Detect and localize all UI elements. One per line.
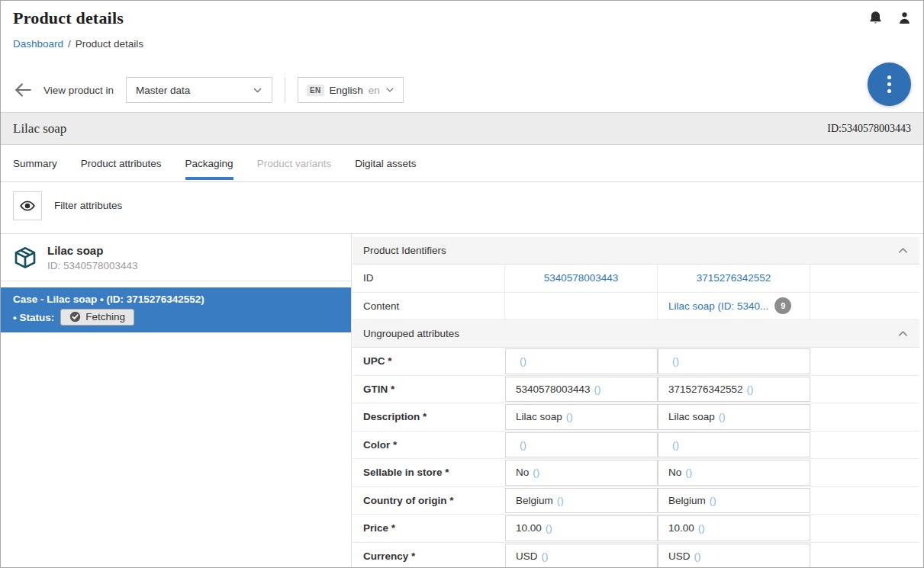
id-link-1[interactable]: 5340578003443: [544, 272, 619, 284]
content-count-badge[interactable]: 9: [774, 297, 791, 314]
product-details-page: Product details Dashboard/Product detail…: [0, 0, 924, 568]
language-dropdown[interactable]: EN English en: [298, 77, 404, 103]
section-title: Product Identifiers: [363, 245, 446, 256]
locale-suffix[interactable]: (): [542, 550, 549, 562]
language-badge: EN: [307, 85, 324, 96]
tree-variant-selected[interactable]: Case - Lilac soap • (ID: 3715276342552) …: [1, 287, 351, 332]
vertical-ellipsis-icon: [887, 75, 891, 93]
status-badge[interactable]: Fetching: [60, 309, 134, 326]
attribute-table: Product Identifiers ID 5340578003443 371…: [352, 234, 923, 568]
locale-suffix[interactable]: (): [520, 355, 526, 367]
locale-suffix[interactable]: (): [672, 439, 679, 451]
tab-packaging[interactable]: Packaging: [185, 145, 233, 181]
content-area: Lilac soap ID: 5340578003443 Case - Lila…: [1, 234, 923, 568]
locale-suffix[interactable]: (): [594, 383, 601, 395]
locale-suffix[interactable]: (): [546, 522, 552, 534]
locale-suffix[interactable]: (): [520, 439, 526, 451]
value-cell[interactable]: (): [658, 432, 810, 458]
tab-product-attributes[interactable]: Product attributes: [81, 145, 162, 181]
toolbar: View product in Master data EN English e…: [1, 68, 923, 112]
row-label: ID: [353, 265, 505, 292]
value-cell[interactable]: No(): [658, 460, 810, 486]
tree-product-node[interactable]: Lilac soap ID: 5340578003443: [1, 234, 351, 281]
locale-suffix[interactable]: (): [698, 522, 705, 534]
tab-bar: Summary Product attributes Packaging Pro…: [1, 145, 923, 182]
value-cell[interactable]: (): [505, 432, 658, 458]
eye-icon: [19, 197, 36, 214]
value-cell[interactable]: 10.00(): [505, 515, 658, 541]
scope-dropdown[interactable]: Master data: [126, 77, 272, 103]
locale-suffix[interactable]: (): [566, 411, 573, 422]
language-code: en: [369, 85, 380, 96]
section-title: Ungrouped attributes: [363, 328, 459, 339]
locale-suffix[interactable]: (): [672, 355, 679, 367]
page-title: Product details: [13, 8, 911, 28]
chevron-down-icon: [253, 85, 262, 95]
view-product-in-label: View product in: [43, 85, 114, 96]
page-header: Product details Dashboard/Product detail…: [1, 1, 923, 68]
value-cell[interactable]: USD(): [505, 544, 658, 568]
chevron-up-icon[interactable]: [897, 245, 909, 256]
table-row-color: Color * () (): [353, 432, 919, 460]
chevron-up-icon[interactable]: [897, 328, 909, 339]
section-product-identifiers[interactable]: Product Identifiers: [353, 237, 919, 265]
value-cell[interactable]: Lilac soap(): [505, 404, 658, 430]
value-cell[interactable]: Lilac soap(): [658, 404, 810, 430]
bell-icon[interactable]: [868, 10, 884, 26]
value-cell[interactable]: USD(): [658, 544, 810, 568]
table-row-currency: Currency * USD() USD(): [353, 543, 919, 568]
tree-product-id: ID: 5340578003443: [47, 260, 138, 271]
locale-suffix[interactable]: (): [685, 467, 692, 478]
table-row-price: Price * 10.00() 10.00(): [353, 515, 919, 543]
value-cell[interactable]: (): [505, 348, 658, 374]
id-link-2[interactable]: 3715276342552: [697, 272, 771, 284]
table-row-upc: UPC * () (): [353, 348, 919, 376]
language-name: English: [330, 85, 363, 96]
locale-suffix[interactable]: (): [557, 495, 564, 506]
value-cell[interactable]: Belgium(): [505, 488, 658, 514]
filter-attributes-label: Filter attributes: [54, 200, 122, 211]
row-label: Content: [353, 293, 505, 320]
locale-suffix[interactable]: (): [694, 550, 701, 562]
value-cell[interactable]: 3715276342552(): [658, 377, 810, 403]
table-row-country: Country of origin * Belgium() Belgium(): [353, 487, 919, 515]
tab-summary[interactable]: Summary: [13, 145, 57, 181]
locale-suffix[interactable]: (): [747, 383, 754, 395]
variant-status-label: • Status:: [13, 312, 54, 323]
actions-fab-button[interactable]: [868, 63, 911, 106]
tab-product-variants: Product variants: [257, 145, 332, 181]
product-name: Lilac soap: [13, 121, 66, 136]
table-row-description: Description * Lilac soap() Lilac soap(): [353, 403, 919, 432]
toolbar-divider: [285, 77, 285, 103]
tab-digital-assets[interactable]: Digital assets: [355, 145, 416, 181]
value-cell[interactable]: 5340578003443(): [505, 377, 658, 403]
locale-suffix[interactable]: (): [719, 411, 726, 422]
cube-icon: [13, 245, 37, 270]
content-link[interactable]: Lilac soap (ID: 5340...: [668, 300, 768, 312]
breadcrumb-dashboard-link[interactable]: Dashboard: [13, 38, 63, 50]
filter-attributes-button[interactable]: [13, 191, 42, 220]
status-badge-label: Fetching: [85, 311, 125, 323]
chevron-down-icon: [385, 85, 394, 95]
table-row-sellable: Sellable in store * No() No(): [353, 459, 919, 487]
scope-dropdown-value: Master data: [136, 85, 190, 96]
product-id: ID:5340578003443: [827, 123, 911, 135]
value-cell[interactable]: (): [658, 348, 810, 374]
product-title-bar: Lilac soap ID:5340578003443: [1, 112, 923, 145]
locale-suffix[interactable]: (): [533, 467, 539, 478]
back-arrow-icon[interactable]: [13, 80, 33, 100]
filter-row: Filter attributes: [1, 182, 923, 234]
value-cell[interactable]: No(): [505, 460, 658, 486]
check-circle-icon: [69, 311, 81, 323]
locale-suffix[interactable]: (): [710, 495, 716, 506]
breadcrumb-current: Product details: [76, 38, 143, 50]
breadcrumb-separator: /: [68, 38, 71, 50]
section-ungrouped-attributes[interactable]: Ungrouped attributes: [353, 320, 919, 348]
value-cell[interactable]: Belgium(): [658, 488, 810, 514]
table-row-id: ID 5340578003443 3715276342552: [353, 265, 919, 293]
table-row-gtin: GTIN * 5340578003443() 3715276342552(): [353, 376, 919, 404]
user-icon[interactable]: [897, 10, 913, 26]
header-icons: [868, 10, 913, 26]
variant-title: Case - Lilac soap • (ID: 3715276342552): [13, 294, 339, 305]
value-cell[interactable]: 10.00(): [658, 515, 810, 541]
